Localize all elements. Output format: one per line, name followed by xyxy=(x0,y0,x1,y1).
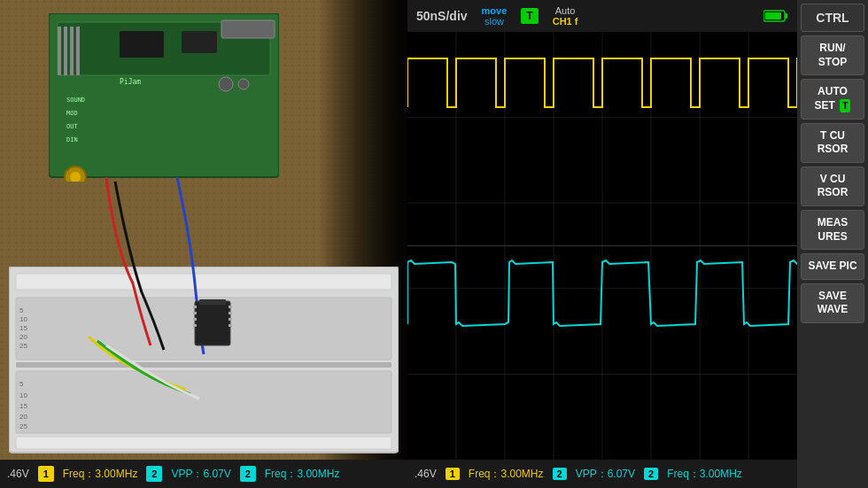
svg-rect-25 xyxy=(120,31,164,58)
photo-panel: 5 10 15 20 25 5 10 15 20 25 PiJam SOUND … xyxy=(0,0,407,488)
scope-ch2-badge: 2 xyxy=(644,468,658,480)
ch2-freq: Freq：3.00MHz xyxy=(265,467,340,482)
svg-rect-54 xyxy=(785,13,787,19)
svg-rect-27 xyxy=(58,27,61,75)
svg-text:5: 5 xyxy=(19,306,24,314)
svg-text:10: 10 xyxy=(19,391,27,399)
t-cursor-button[interactable]: T CURSOR xyxy=(801,123,864,163)
ch1-freq: Freq：3.00MHz xyxy=(63,467,138,482)
svg-rect-10 xyxy=(16,362,391,368)
svg-rect-55 xyxy=(765,12,781,19)
run-stop-button[interactable]: RUN/STOP xyxy=(801,35,864,75)
svg-rect-11 xyxy=(16,371,391,433)
scope-ch2-freq: Freq：3.00MHz xyxy=(667,467,742,482)
scope-voltage: .46V xyxy=(415,468,437,480)
scope-ch1-freq: Freq：3.00MHz xyxy=(469,467,544,482)
svg-text:20: 20 xyxy=(19,413,27,421)
timebase-display: 50nS/div xyxy=(416,9,468,23)
scope-header: 50nS/div move slow T Auto CH1 f xyxy=(407,0,797,32)
auto-ch1-display: Auto CH1 f xyxy=(553,5,578,27)
svg-rect-36 xyxy=(221,20,275,38)
svg-rect-9 xyxy=(16,298,391,360)
svg-text:10: 10 xyxy=(19,315,27,323)
auto-label: Auto xyxy=(555,5,576,16)
ch2-badge: 2 xyxy=(240,466,256,482)
oscilloscope-panel: 50nS/div move slow T Auto CH1 f xyxy=(407,0,868,488)
auto-set-button[interactable]: AUTOSET T xyxy=(801,79,864,119)
save-pic-button[interactable]: SAVE PIC xyxy=(801,253,864,280)
svg-rect-26 xyxy=(182,31,217,53)
save-wave-button[interactable]: SAVEWAVE xyxy=(801,283,864,323)
svg-rect-28 xyxy=(64,27,67,75)
breadboard: 5 10 15 20 25 5 10 15 20 25 xyxy=(9,267,399,461)
svg-rect-12 xyxy=(16,437,391,449)
ch1-waveform xyxy=(407,58,797,107)
battery-indicator xyxy=(763,9,788,23)
scope-status-bar: .46V 1 Freq：3.00MHz 2 VPP：6.07V 2 Freq：3… xyxy=(407,460,797,488)
v-cursor-button[interactable]: V CURSOR xyxy=(801,167,864,206)
svg-text:25: 25 xyxy=(19,422,27,430)
svg-text:PiJam: PiJam xyxy=(120,78,141,86)
svg-text:15: 15 xyxy=(19,402,27,410)
battery-icon xyxy=(763,9,788,23)
move-label: move xyxy=(482,5,508,16)
t-badge: T xyxy=(521,8,538,24)
voltage-reading: .46V xyxy=(7,468,29,480)
svg-rect-30 xyxy=(76,27,80,75)
scope-screen: 50nS/div move slow T Auto CH1 f xyxy=(407,0,797,488)
scope-ch1-badge: 1 xyxy=(446,468,460,480)
status-bar-left: .46V 1 Freq：3.00MHz 2 VPP：6.07V 2 Freq：3… xyxy=(0,460,407,488)
svg-text:SOUND: SOUND xyxy=(66,97,85,104)
move-slow-indicator: move slow xyxy=(482,5,508,27)
svg-rect-29 xyxy=(70,27,74,75)
svg-text:25: 25 xyxy=(19,342,27,350)
measures-button[interactable]: MEASURES xyxy=(801,210,864,250)
svg-point-38 xyxy=(238,79,249,89)
svg-text:20: 20 xyxy=(19,333,27,341)
ctrl-label: CTRL xyxy=(801,4,864,32)
svg-text:OUT: OUT xyxy=(66,123,78,130)
ch1-f-label: CH1 f xyxy=(553,16,578,27)
vpp-badge: 2 xyxy=(146,466,162,482)
slow-label: slow xyxy=(484,16,504,27)
ch1-badge: 1 xyxy=(38,466,54,482)
scope-vpp-badge: 2 xyxy=(553,468,567,480)
waveform-display: T xyxy=(407,32,797,460)
pcb-board: PiJam SOUND MOD OUT DIN xyxy=(49,13,279,182)
svg-rect-8 xyxy=(16,274,391,290)
svg-text:5: 5 xyxy=(19,380,24,388)
svg-text:15: 15 xyxy=(19,324,27,332)
svg-text:DIN: DIN xyxy=(66,136,78,143)
svg-point-37 xyxy=(219,77,233,91)
ctrl-panel: CTRL RUN/STOP AUTOSET T T CURSOR V CURSO… xyxy=(797,0,868,488)
svg-text:MOD: MOD xyxy=(66,110,78,117)
vpp-reading: VPP：6.07V xyxy=(171,467,230,482)
scope-vpp: VPP：6.07V xyxy=(576,467,635,482)
